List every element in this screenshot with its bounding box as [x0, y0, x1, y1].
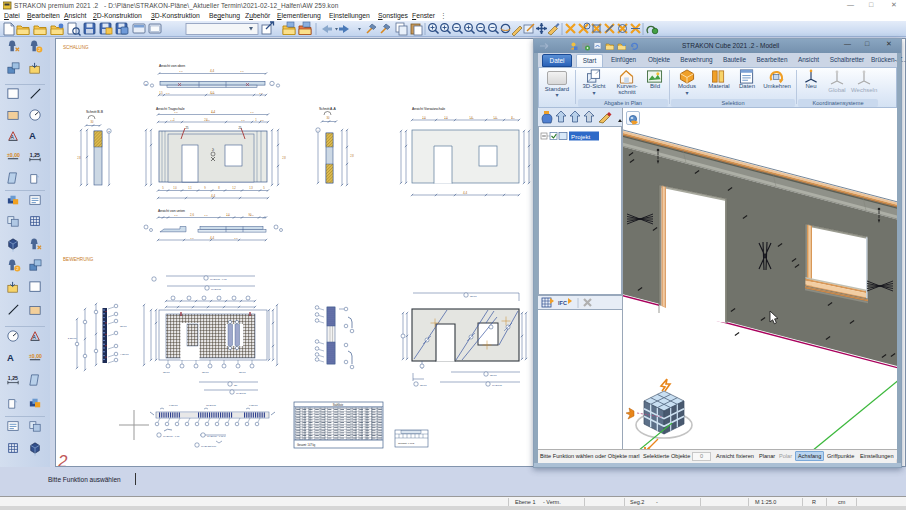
- svg-text:4,4: 4,4: [211, 194, 216, 198]
- svg-text:1,3: 1,3: [249, 186, 253, 190]
- svg-text:10 Ø8/15: 10 Ø8/15: [211, 288, 222, 291]
- svg-text:10 Ø8/15 - 6,15: 10 Ø8/15 - 6,15: [210, 278, 227, 281]
- svg-text:4,4: 4,4: [210, 236, 215, 240]
- svg-text:2,8: 2,8: [282, 156, 286, 160]
- svg-text:1,0: 1,0: [179, 70, 183, 73]
- svg-text:1,6: 1,6: [469, 116, 473, 120]
- svg-text:A: A: [29, 130, 36, 141]
- svg-text:1: 1: [255, 118, 257, 122]
- svg-text:4,0: 4,0: [210, 91, 215, 95]
- svg-text:10 Ø8/15: 10 Ø8/15: [236, 392, 247, 395]
- svg-text:1,1: 1,1: [188, 186, 192, 190]
- svg-text:Stahlliste: Stahlliste: [333, 403, 344, 407]
- svg-text:30: 30: [91, 120, 94, 124]
- svg-text:1,0: 1,0: [240, 70, 244, 73]
- svg-text:5: 5: [162, 186, 164, 190]
- svg-text:Ø8/15: Ø8/15: [470, 295, 477, 298]
- svg-text:4,4: 4,4: [211, 110, 216, 114]
- svg-text:8: 8: [218, 186, 220, 190]
- svg-text:Gesamt: 9 M*G: Gesamt: 9 M*G: [398, 442, 415, 445]
- svg-text:Ansicht von unten: Ansicht von unten: [158, 209, 185, 213]
- svg-text:Schnitt A-A: Schnitt A-A: [319, 107, 337, 111]
- svg-text:1,0: 1,0: [190, 237, 194, 240]
- svg-text:30: 30: [327, 116, 330, 120]
- svg-text:2: 2: [57, 452, 68, 466]
- svg-text:1,0: 1,0: [241, 119, 245, 122]
- svg-text:1,0: 1,0: [204, 214, 208, 217]
- svg-text:25: 25: [186, 126, 189, 130]
- svg-text:±0,00: ±0,00: [29, 353, 42, 359]
- svg-text:2,8: 2,8: [350, 154, 354, 158]
- svg-text:BEWEHRUNG: BEWEHRUNG: [63, 257, 94, 262]
- svg-text:4 Ø8/15: 4 Ø8/15: [120, 353, 129, 356]
- svg-text:1,25: 1,25: [8, 375, 18, 381]
- svg-text:A: A: [7, 352, 14, 363]
- svg-text:1,0: 1,0: [174, 111, 178, 114]
- svg-text:1,0: 1,0: [166, 92, 170, 95]
- svg-text:Ø8/15: Ø8/15: [490, 374, 497, 377]
- svg-text:12 Ø8/15: 12 Ø8/15: [206, 404, 217, 407]
- svg-text:Ø8/15: Ø8/15: [239, 371, 246, 374]
- svg-text:1,0: 1,0: [250, 111, 254, 114]
- svg-text:Ansicht von oben: Ansicht von oben: [159, 64, 185, 68]
- svg-text:Ø8/15: Ø8/15: [420, 384, 427, 387]
- svg-text:Ø8: Ø8: [234, 384, 238, 387]
- svg-text:1,0: 1,0: [493, 116, 497, 120]
- svg-text:Gesamt: 147 kg: Gesamt: 147 kg: [297, 443, 316, 447]
- svg-text:2t: 2t: [212, 148, 214, 152]
- svg-text:Projekt: Projekt: [571, 133, 591, 140]
- svg-text:2 Ø8/15: 2 Ø8/15: [68, 337, 77, 340]
- svg-text:10 Ø8/15: 10 Ø8/15: [492, 384, 503, 387]
- svg-text:1: 1: [173, 118, 175, 122]
- svg-text:8 Ø8/15: 8 Ø8/15: [249, 404, 258, 407]
- svg-text:1,0: 1,0: [234, 237, 238, 240]
- svg-text:1,0: 1,0: [173, 186, 177, 190]
- svg-text:11 Ø8/15 - 6,15: 11 Ø8/15 - 6,15: [163, 435, 180, 438]
- svg-text:1,25: 1,25: [30, 152, 40, 158]
- svg-text:Ansicht Vorsatzschale: Ansicht Vorsatzschale: [412, 107, 445, 111]
- svg-text:4,4: 4,4: [463, 191, 468, 195]
- svg-text:1,0: 1,0: [422, 116, 426, 120]
- svg-text:2,8: 2,8: [77, 156, 81, 160]
- svg-text:IFC: IFC: [558, 300, 567, 306]
- svg-text:11 Ø8/15 - 6,15 d: 11 Ø8/15 - 6,15 d: [207, 435, 226, 438]
- svg-text:2,6: 2,6: [190, 213, 194, 217]
- svg-text:1,5: 1,5: [159, 91, 163, 95]
- svg-text:1,2: 1,2: [232, 186, 236, 190]
- svg-text:1,0: 1,0: [174, 214, 178, 217]
- svg-text:A: A: [32, 334, 36, 340]
- svg-text:11 Ø8 Bst 500: 11 Ø8 Bst 500: [201, 445, 217, 448]
- svg-text:4,4: 4,4: [210, 69, 215, 73]
- svg-text:2,6: 2,6: [204, 118, 208, 122]
- svg-text:Ø8/15: Ø8/15: [202, 371, 209, 374]
- svg-text:8 Ø8/15: 8 Ø8/15: [169, 404, 178, 407]
- svg-text:5: 5: [263, 186, 265, 190]
- svg-text:9: 9: [204, 186, 206, 190]
- svg-text:SCHALUNG: SCHALUNG: [63, 45, 89, 50]
- svg-text:1,0: 1,0: [444, 116, 448, 120]
- svg-text:Ø8/15: Ø8/15: [163, 371, 170, 374]
- svg-text:A: A: [10, 134, 14, 140]
- svg-text:Ø8/15: Ø8/15: [120, 325, 127, 328]
- svg-text:Schnitt B-B: Schnitt B-B: [86, 110, 104, 114]
- svg-text:±0,00: ±0,00: [7, 152, 20, 158]
- svg-text:Ansicht Tragschale: Ansicht Tragschale: [156, 107, 185, 111]
- svg-text:1,0: 1,0: [226, 213, 230, 217]
